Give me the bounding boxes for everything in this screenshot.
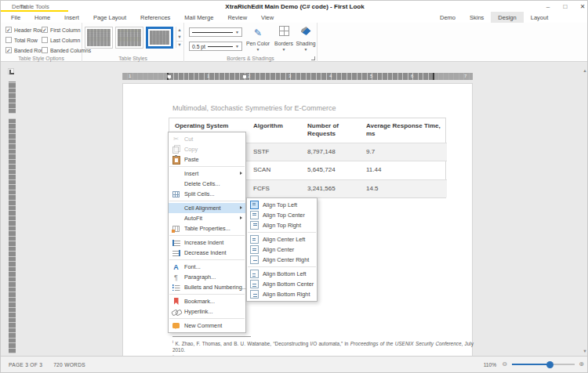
dialog-launcher-icon[interactable] (311, 56, 315, 60)
ribbon-tabs-right: Demo Skins Design Layout (433, 12, 555, 23)
tab-review[interactable]: Review (220, 12, 254, 23)
checkbox-mark: ✓ (42, 27, 48, 33)
submenu-item-align-center[interactable]: Align Center (247, 244, 317, 255)
checkbox-header-row[interactable]: ✓ Header Row (5, 26, 44, 34)
menu-separator (169, 166, 245, 167)
tab-demo[interactable]: Demo (433, 12, 463, 23)
gallery-scroll-up-icon[interactable]: ▲ (176, 27, 183, 34)
checkbox-first-column[interactable]: ✓ First Column (42, 26, 81, 34)
scroll-down-icon[interactable]: ▼ (582, 349, 588, 353)
menu-item-cut[interactable]: ✂ Cut (169, 134, 245, 144)
tab-home[interactable]: Home (27, 12, 57, 23)
page-indicator[interactable]: PAGE 3 OF 3 (9, 362, 42, 368)
submenu-item-align-bottom-center[interactable]: Align Bottom Center (247, 279, 317, 289)
table-style-thumbnail-1[interactable] (85, 27, 113, 49)
zoom-in-icon[interactable]: ⊕ (579, 360, 584, 368)
vertical-ruler[interactable] (9, 81, 16, 353)
maximize-button[interactable]: □ (559, 2, 572, 11)
vertical-scrollbar[interactable]: ▲ ▼ (580, 62, 588, 357)
align-bottom-center-icon (250, 280, 259, 288)
tab-page-layout[interactable]: Page Layout (86, 12, 133, 23)
table-cell[interactable]: 3,241,565 (302, 179, 361, 197)
ribbon-tabs-left: File Home Insert Page Layout References … (4, 12, 281, 23)
table-header-cell[interactable]: Algorithm (248, 118, 302, 143)
borders-grid-icon (279, 26, 289, 36)
menu-item-delete-cells[interactable]: Delete Cells... (169, 179, 245, 189)
table-properties-icon (172, 226, 180, 232)
table-cell[interactable]: FCFS (248, 179, 302, 197)
menu-item-paste[interactable]: Paste (169, 154, 245, 165)
submenu-item-align-center-left[interactable]: Align Center Left (247, 234, 317, 244)
tab-view[interactable]: View (254, 12, 281, 23)
tab-design[interactable]: Design (491, 12, 523, 23)
first-line-indent-marker[interactable] (242, 74, 247, 79)
table-style-thumbnail-2[interactable] (115, 27, 143, 49)
table-cell[interactable]: 11.44 (361, 161, 447, 179)
zoom-out-icon[interactable]: ⊖ (502, 360, 507, 368)
pen-color-button[interactable]: ✎ Pen Color ▼ (244, 25, 272, 60)
submenu-item-align-center-right[interactable]: Align Center Right (247, 255, 317, 265)
menu-item-copy[interactable]: Copy (169, 144, 245, 154)
menu-item-hyperlink[interactable]: Hyperlink... (169, 306, 245, 317)
menu-item-table-properties[interactable]: Table Properties... (169, 223, 245, 234)
tab-insert[interactable]: Insert (57, 12, 86, 23)
tab-stop-selector-icon[interactable] (8, 68, 14, 74)
gallery-expand-icon[interactable]: ▼ (176, 41, 183, 48)
gallery-scroll-down-icon[interactable]: ▼ (176, 34, 183, 41)
borders-button[interactable]: Borders ▼ (273, 25, 295, 60)
zoom-slider[interactable] (512, 364, 575, 365)
table-cell[interactable]: 5,645,724 (302, 161, 361, 179)
menu-item-split-cells[interactable]: Split Cells... (169, 189, 245, 199)
submenu-item-align-bottom-right[interactable]: Align Bottom Right (247, 289, 317, 299)
tab-file[interactable]: File (4, 12, 27, 23)
group-label-borders-shadings: Borders & Shadings (184, 56, 317, 61)
line-style-dropdown[interactable]: ▼ (189, 27, 242, 37)
word-count[interactable]: 720 WORDS (53, 362, 85, 368)
tab-references[interactable]: References (133, 12, 177, 23)
menu-separator (169, 294, 245, 295)
table-style-thumbnail-3-selected[interactable] (146, 27, 173, 49)
submenu-item-align-top-left[interactable]: Align Top Left (247, 200, 317, 210)
tab-mail-merge[interactable]: Mail Merge (177, 12, 220, 23)
scroll-up-icon[interactable]: ▲ (582, 68, 588, 73)
table-cell[interactable]: SSTF (248, 143, 302, 161)
tab-layout[interactable]: Layout (524, 12, 556, 23)
line-weight-dropdown[interactable]: 0.5 pt ▼ (189, 42, 242, 51)
menu-item-font[interactable]: A Font... (169, 262, 245, 272)
table-cell[interactable]: 14.5 (361, 179, 447, 197)
horizontal-ruler[interactable]: 1 1 2 3 4 5 6 7 (122, 73, 473, 80)
align-bottom-left-icon (250, 270, 259, 278)
tab-skins[interactable]: Skins (463, 12, 491, 23)
menu-item-new-comment[interactable]: New Comment (169, 320, 245, 331)
menu-item-bookmark[interactable]: Bookmark... (169, 296, 245, 306)
table-cell[interactable]: 8,797,148 (302, 143, 361, 161)
checkbox-total-row[interactable]: Total Row (5, 36, 38, 44)
align-top-left-icon (250, 201, 259, 209)
menu-item-bullets-numbering[interactable]: Bullets and Numbering... (169, 282, 245, 292)
submenu-item-align-top-center[interactable]: Align Top Center (247, 210, 317, 220)
minimize-button[interactable]: – (542, 2, 554, 11)
submenu-item-align-bottom-left[interactable]: Align Bottom Left (247, 269, 317, 279)
submenu-item-align-top-right[interactable]: Align Top Right (247, 220, 317, 230)
menu-item-paragraph[interactable]: ¶ Paragraph... (169, 272, 245, 282)
submenu-arrow-icon (240, 172, 242, 175)
menu-item-insert[interactable]: Insert (169, 168, 245, 179)
table-header-cell[interactable]: Average Response Time, ms (361, 118, 447, 143)
ribbon-tab-row: File Home Insert Page Layout References … (1, 12, 588, 23)
close-button[interactable]: ✕ (576, 2, 588, 11)
clipboard-icon (171, 155, 181, 164)
zoom-level[interactable]: 110% (484, 362, 496, 368)
scissors-icon: ✂ (173, 135, 179, 143)
checkbox-last-column[interactable]: Last Column (42, 36, 80, 44)
decrease-indent-icon (172, 250, 180, 256)
table-header-cell[interactable]: Number of Requests (302, 118, 361, 143)
menu-item-increase-indent[interactable]: Increase Indent (169, 237, 245, 248)
group-label-table-style-options: Table Style Options (1, 56, 82, 61)
menu-item-cell-alignment[interactable]: Cell Alignment (169, 203, 245, 213)
table-cell[interactable]: 9.7 (361, 143, 447, 161)
menu-item-decrease-indent[interactable]: Decrease Indent (169, 248, 245, 258)
menu-item-autofit[interactable]: AutoFit (169, 213, 245, 223)
table-cell[interactable]: SCAN (248, 161, 302, 179)
zoom-slider-thumb[interactable] (546, 361, 554, 368)
shading-button[interactable]: Shading ▼ (294, 25, 318, 60)
